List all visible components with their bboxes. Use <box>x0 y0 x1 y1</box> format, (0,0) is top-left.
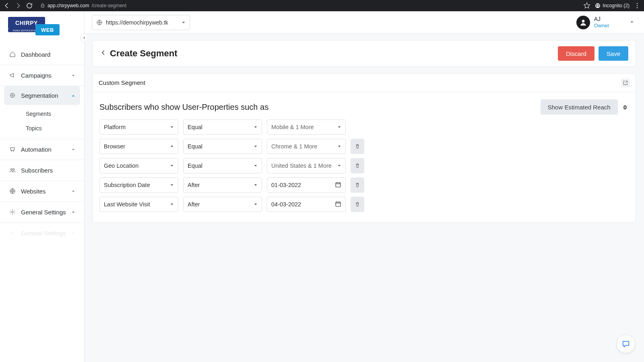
calendar-icon <box>335 201 341 208</box>
browser-url-bar[interactable]: app.chirpyweb.com/create-segment <box>37 3 579 8</box>
criteria-header: Subscribers who show User-Properties suc… <box>93 92 636 117</box>
save-button[interactable]: Save <box>599 46 628 61</box>
sidebar-collapse-button[interactable] <box>80 34 88 42</box>
svg-point-8 <box>10 169 12 170</box>
svg-point-7 <box>12 95 13 96</box>
browser-forward-button[interactable] <box>14 2 22 9</box>
gear-icon <box>9 208 16 216</box>
chevron-down-icon <box>170 201 174 208</box>
svg-rect-15 <box>336 183 341 187</box>
svg-point-6 <box>10 93 15 98</box>
star-icon[interactable] <box>583 2 590 9</box>
app-root: CHIRPY PUSH NOTIFICATIONS WEB Dashboard … <box>0 11 644 362</box>
browser-back-button[interactable] <box>3 2 10 9</box>
value-select[interactable]: Chrome & 1 More <box>267 139 346 154</box>
svg-point-12 <box>12 232 13 234</box>
operator-select[interactable]: Equal <box>183 158 262 173</box>
chevron-down-icon <box>71 230 75 237</box>
property-select[interactable]: Browser <box>99 139 178 154</box>
property-value: Subscription Date <box>104 182 170 188</box>
operator-value: Equal <box>188 124 254 130</box>
chevron-down-icon <box>254 162 258 169</box>
rule-row: BrowserEqualChrome & 1 More <box>99 139 629 154</box>
site-selector[interactable]: https://demochirpyweb.tk <box>92 15 190 30</box>
value-value: Chrome & 1 More <box>271 143 337 150</box>
globe-icon <box>96 19 103 26</box>
page-header: Create Segment Discard Save <box>93 40 636 67</box>
delete-rule-button[interactable] <box>351 197 364 212</box>
operator-select[interactable]: After <box>183 177 262 193</box>
property-value: Last Website Visit <box>104 201 170 208</box>
property-value: Browser <box>104 143 170 150</box>
property-select[interactable]: Geo Location <box>99 158 178 173</box>
back-button[interactable] <box>100 49 107 58</box>
sidebar-item-segments[interactable]: Segments <box>0 107 84 121</box>
browser-menu-button[interactable] <box>634 2 641 9</box>
incognito-label: Incognito (2) <box>603 3 630 8</box>
chevron-down-icon <box>71 146 75 153</box>
browser-reload-button[interactable] <box>26 2 33 9</box>
user-name: AJ <box>594 16 609 23</box>
value-select[interactable]: United States & 1 More <box>267 158 346 173</box>
operator-select[interactable]: Equal <box>183 119 262 135</box>
user-role: Owner <box>594 23 609 29</box>
chat-fab[interactable] <box>617 335 635 353</box>
value-select[interactable]: Mobile & 1 More <box>267 119 346 135</box>
browser-url-path: /create-segment <box>91 3 126 8</box>
sidebar-item-automation[interactable]: Automation <box>0 139 84 160</box>
operator-select[interactable]: Equal <box>183 139 262 154</box>
chevron-down-icon <box>71 188 75 195</box>
value-date-input[interactable]: 01-03-2022 <box>267 177 346 193</box>
chevron-down-icon <box>170 124 174 130</box>
property-select[interactable]: Last Website Visit <box>99 197 178 212</box>
megaphone-icon <box>9 72 16 79</box>
chevron-down-icon <box>170 143 174 150</box>
chevron-down-icon <box>254 143 258 150</box>
incognito-icon <box>594 2 601 9</box>
property-select[interactable]: Subscription Date <box>99 177 178 193</box>
chevron-down-icon <box>337 124 341 130</box>
operator-value: After <box>188 201 254 208</box>
page-title: Create Segment <box>110 48 558 59</box>
home-icon <box>9 51 16 58</box>
show-reach-button[interactable]: Show Estimated Reach <box>541 99 618 115</box>
site-selector-value: https://demochirpyweb.tk <box>106 19 178 26</box>
nav: Dashboard Campaigns Segmentation Segment… <box>0 44 84 243</box>
operator-value: Equal <box>188 162 254 169</box>
logo[interactable]: CHIRPY PUSH NOTIFICATIONS WEB <box>0 11 84 44</box>
logo-line2: WEB <box>35 24 60 35</box>
chevron-down-icon <box>71 72 75 79</box>
sidebar-item-ghost: General Settings <box>0 223 84 243</box>
segment-name-row <box>93 74 636 92</box>
sidebar-item-dashboard[interactable]: Dashboard <box>0 44 84 65</box>
delete-rule-button[interactable] <box>351 158 364 173</box>
sidebar-item-campaigns[interactable]: Campaigns <box>0 65 84 86</box>
sidebar-item-websites[interactable]: Websites <box>0 181 84 202</box>
sidebar-item-label: Dashboard <box>21 51 75 58</box>
value-date-input[interactable]: 04-03-2022 <box>267 197 346 212</box>
discard-button[interactable]: Discard <box>558 46 594 61</box>
user-menu[interactable]: AJ Owner <box>576 16 637 29</box>
sidebar-item-segmentation[interactable]: Segmentation <box>4 86 80 105</box>
sidebar-item-subscribers[interactable]: Subscribers <box>0 160 84 181</box>
delete-rule-button[interactable] <box>351 177 364 193</box>
chevron-down-icon <box>254 124 258 130</box>
property-value: Platform <box>104 124 170 130</box>
cart-icon <box>9 146 16 153</box>
property-select[interactable]: Platform <box>99 119 178 135</box>
external-link-icon[interactable] <box>621 78 630 87</box>
svg-point-3 <box>637 3 638 4</box>
lock-icon <box>40 3 45 8</box>
chevron-down-icon <box>170 162 174 169</box>
sidebar-item-label: General Settings <box>21 230 66 237</box>
svg-point-5 <box>637 7 638 8</box>
sidebar-item-general-settings[interactable]: General Settings <box>0 202 84 222</box>
users-icon <box>9 167 16 174</box>
segment-name-input[interactable] <box>99 79 621 86</box>
value-value: 01-03-2022 <box>271 182 335 188</box>
operator-select[interactable]: After <box>183 197 262 212</box>
sidebar-item-label: Websites <box>21 188 66 195</box>
sidebar-item-topics[interactable]: Topics <box>0 121 84 136</box>
incognito-indicator[interactable]: Incognito (2) <box>594 2 630 9</box>
delete-rule-button[interactable] <box>351 139 364 154</box>
